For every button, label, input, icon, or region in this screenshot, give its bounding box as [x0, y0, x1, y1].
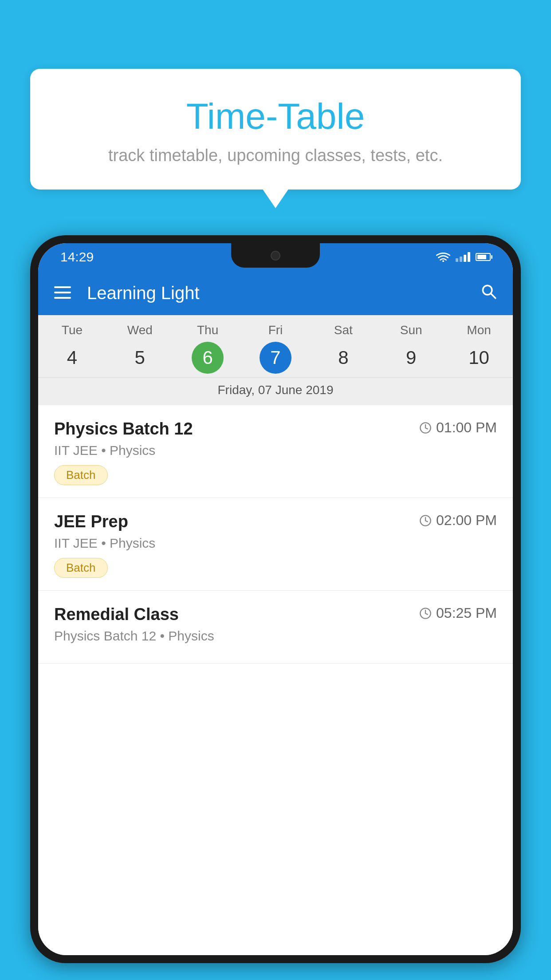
calendar-day-col[interactable]: Sat8: [309, 323, 377, 374]
day-number[interactable]: 4: [56, 342, 88, 374]
calendar-strip: Tue4Wed5Thu6Fri7Sat8Sun9Mon10 Friday, 07…: [38, 315, 513, 405]
phone-notch: [231, 243, 320, 268]
schedule-item-title: Remedial Class: [54, 605, 179, 624]
phone-screen: 14:29: [38, 243, 513, 955]
status-time: 14:29: [60, 249, 94, 265]
schedule-time: 02:00 PM: [419, 512, 497, 529]
time-value: 01:00 PM: [436, 419, 497, 436]
day-name: Mon: [467, 323, 491, 337]
calendar-days-row: Tue4Wed5Thu6Fri7Sat8Sun9Mon10: [38, 315, 513, 377]
schedule-subtitle: IIT JEE • Physics: [54, 443, 497, 458]
phone-outer: 14:29: [30, 235, 521, 963]
phone-mockup: 14:29: [30, 235, 521, 980]
calendar-day-col[interactable]: Sun9: [377, 323, 445, 374]
svg-rect-1: [54, 286, 71, 288]
schedule-item-title: JEE Prep: [54, 512, 128, 531]
day-number[interactable]: 7: [260, 342, 291, 374]
day-name: Fri: [268, 323, 283, 337]
svg-rect-2: [54, 292, 71, 293]
battery-icon: [476, 253, 491, 261]
app-title: Learning Light: [87, 283, 480, 303]
day-name: Thu: [197, 323, 218, 337]
signal-icon: [456, 252, 470, 262]
time-value: 02:00 PM: [436, 512, 497, 529]
svg-line-5: [491, 293, 496, 298]
batch-badge: Batch: [54, 465, 108, 485]
day-number[interactable]: 5: [124, 342, 156, 374]
wifi-icon: [436, 252, 450, 262]
bubble-title: Time-Table: [48, 95, 503, 137]
schedule-list: Physics Batch 1201:00 PMIIT JEE • Physic…: [38, 405, 513, 955]
schedule-item[interactable]: Remedial Class05:25 PMPhysics Batch 12 •…: [38, 591, 513, 664]
schedule-item[interactable]: JEE Prep02:00 PMIIT JEE • PhysicsBatch: [38, 498, 513, 591]
schedule-item-title: Physics Batch 12: [54, 419, 193, 439]
schedule-time: 01:00 PM: [419, 419, 497, 436]
svg-rect-3: [54, 297, 71, 299]
camera: [271, 251, 280, 261]
day-number[interactable]: 9: [395, 342, 427, 374]
hamburger-icon[interactable]: [54, 284, 71, 303]
day-name: Sun: [400, 323, 422, 337]
schedule-subtitle: Physics Batch 12 • Physics: [54, 628, 497, 644]
day-name: Tue: [62, 323, 83, 337]
schedule-time: 05:25 PM: [419, 605, 497, 621]
status-icons: [436, 252, 491, 262]
day-number[interactable]: 6: [192, 342, 224, 374]
schedule-subtitle: IIT JEE • Physics: [54, 536, 497, 551]
svg-point-0: [442, 260, 444, 262]
selected-date-label: Friday, 07 June 2019: [38, 377, 513, 405]
batch-badge: Batch: [54, 558, 108, 578]
info-card: Time-Table track timetable, upcoming cla…: [30, 69, 521, 190]
day-number[interactable]: 10: [463, 342, 495, 374]
calendar-day-col[interactable]: Mon10: [445, 323, 513, 374]
day-number[interactable]: 8: [327, 342, 359, 374]
bubble-subtitle: track timetable, upcoming classes, tests…: [48, 146, 503, 165]
speech-bubble: Time-Table track timetable, upcoming cla…: [30, 69, 521, 190]
day-name: Sat: [334, 323, 353, 337]
clock-icon: [419, 607, 432, 620]
calendar-day-col[interactable]: Thu6: [174, 323, 242, 374]
app-bar: Learning Light: [38, 271, 513, 315]
schedule-item[interactable]: Physics Batch 1201:00 PMIIT JEE • Physic…: [38, 405, 513, 498]
calendar-day-col[interactable]: Tue4: [38, 323, 106, 374]
calendar-day-col[interactable]: Fri7: [242, 323, 310, 374]
search-icon[interactable]: [480, 283, 497, 304]
calendar-day-col[interactable]: Wed5: [106, 323, 174, 374]
day-name: Wed: [127, 323, 153, 337]
time-value: 05:25 PM: [436, 605, 497, 621]
clock-icon: [419, 514, 432, 527]
clock-icon: [419, 422, 432, 434]
